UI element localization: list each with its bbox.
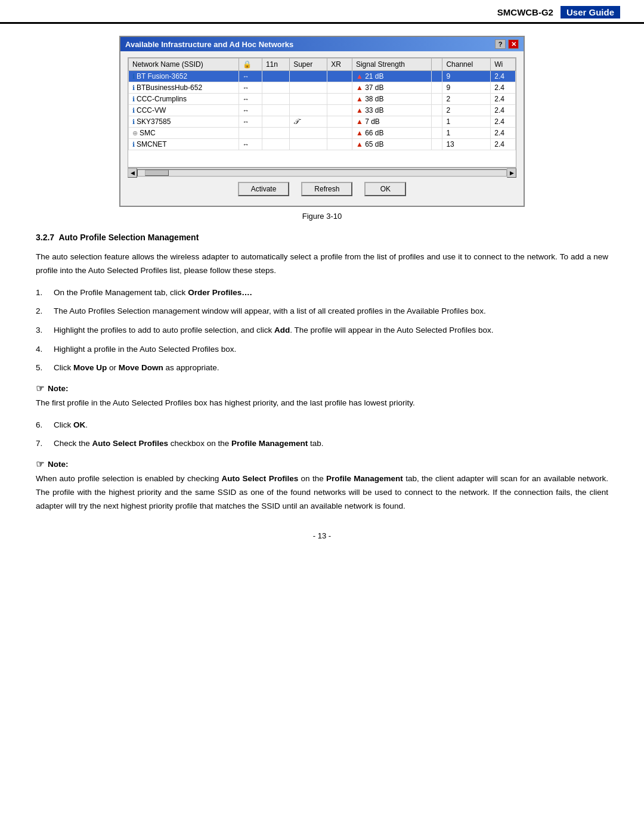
- cell-signal: ▲ 21 dB: [352, 71, 431, 82]
- cell-signal-bar: [432, 94, 442, 105]
- scroll-left-button[interactable]: ◀: [128, 168, 137, 178]
- table-row[interactable]: ℹBT Fusion-3652 ↔ ▲ 21 dB 9 2.4: [129, 71, 516, 82]
- cell-signal: ▲ 38 dB: [352, 94, 431, 105]
- figure-caption: Figure 3-10: [36, 212, 608, 221]
- cell-super: 𝒯: [290, 116, 327, 128]
- note-1-label: Note:: [48, 384, 69, 393]
- cell-super: [290, 105, 327, 116]
- cell-channel: 9: [442, 71, 491, 82]
- model-name: SMCWCB-G2: [497, 7, 553, 17]
- cell-signal: ▲ 7 dB: [352, 116, 431, 128]
- table-row[interactable]: ℹCCC-VW ↔ ▲ 33 dB 2 2.4: [129, 105, 516, 116]
- dialog-buttons: Activate Refresh OK: [128, 177, 516, 200]
- scroll-thumb[interactable]: [145, 170, 169, 176]
- cell-super: [290, 71, 327, 82]
- cell-xr: [327, 139, 352, 150]
- cell-lock: ↔: [239, 82, 262, 94]
- scroll-right-button[interactable]: ▶: [507, 168, 516, 178]
- cell-signal-bar: [432, 105, 442, 116]
- cell-channel: 9: [442, 82, 491, 94]
- network-table-wrapper: Network Name (SSID) 🔒 11n Super XR Signa…: [128, 57, 516, 168]
- cell-super: [290, 139, 327, 150]
- cell-name: ℹCCC-Crumplins: [129, 94, 239, 105]
- cell-11n: [262, 105, 289, 116]
- table-row[interactable]: ℹBTBusinessHub-652 ↔ ▲ 37 dB 9 2.4: [129, 82, 516, 94]
- cell-name: ℹBT Fusion-3652: [129, 71, 239, 82]
- ok-button[interactable]: OK: [364, 182, 406, 196]
- close-button[interactable]: ✕: [508, 39, 519, 49]
- cell-name: ℹCCC-VW: [129, 105, 239, 116]
- cell-channel: 2: [442, 105, 491, 116]
- cell-xr: [327, 105, 352, 116]
- cell-signal: ▲ 65 dB: [352, 139, 431, 150]
- note-1-text: The first profile in the Auto Selected P…: [36, 397, 608, 410]
- help-button[interactable]: ?: [495, 39, 506, 49]
- cell-lock: ↔: [239, 139, 262, 150]
- note-2: ☞ Note: When auto profile selection is e…: [36, 459, 608, 513]
- col-ssid: Network Name (SSID): [129, 58, 239, 71]
- cell-signal: ▲ 37 dB: [352, 82, 431, 94]
- cell-11n: [262, 82, 289, 94]
- cell-signal-bar: [432, 71, 442, 82]
- table-row[interactable]: ℹSKY37585 ↔ 𝒯 ▲ 7 dB 1 2.4: [129, 116, 516, 128]
- cell-signal-bar: [432, 128, 442, 139]
- refresh-button[interactable]: Refresh: [301, 182, 352, 196]
- scroll-track[interactable]: [137, 169, 507, 176]
- cell-signal-bar: [432, 116, 442, 128]
- note-icon-2: ☞: [36, 459, 44, 470]
- guide-label: User Guide: [561, 6, 620, 18]
- col-wi: Wi: [491, 58, 516, 71]
- dialog-body: Network Name (SSID) 🔒 11n Super XR Signa…: [120, 51, 524, 206]
- table-row[interactable]: ℹSMCNET ↔ ▲ 65 dB 13 2.4: [129, 139, 516, 150]
- activate-button[interactable]: Activate: [238, 182, 290, 196]
- cell-wi: 2.4: [491, 82, 516, 94]
- cell-11n: [262, 94, 289, 105]
- cell-name: ℹSKY37585: [129, 116, 239, 128]
- section-number: 3.2.7: [36, 233, 54, 242]
- step-2: 2. The Auto Profiles Selection managemen…: [36, 305, 608, 318]
- note-icon-1: ☞: [36, 383, 44, 394]
- page-header: SMCWCB-G2 User Guide: [0, 0, 644, 24]
- cell-xr: [327, 94, 352, 105]
- cell-channel: 2: [442, 94, 491, 105]
- cell-super: [290, 94, 327, 105]
- note-1: ☞ Note: The first profile in the Auto Se…: [36, 383, 608, 410]
- col-super: Super: [290, 58, 327, 71]
- cell-11n: [262, 139, 289, 150]
- horizontal-scrollbar[interactable]: ◀ ▶: [128, 168, 516, 177]
- cell-wi: 2.4: [491, 105, 516, 116]
- step-7: 7. Check the Auto Select Profiles checkb…: [36, 437, 608, 450]
- cell-lock: ↔: [239, 105, 262, 116]
- col-signal-bar: [432, 58, 442, 71]
- cell-wi: 2.4: [491, 71, 516, 82]
- col-11n: 11n: [262, 58, 289, 71]
- col-channel: Channel: [442, 58, 491, 71]
- cell-lock: ↔: [239, 116, 262, 128]
- col-signal: Signal Strength: [352, 58, 431, 71]
- cell-xr: [327, 71, 352, 82]
- cell-lock: ↔: [239, 94, 262, 105]
- cell-name: ℹSMCNET: [129, 139, 239, 150]
- table-row[interactable]: ⊕SMC ▲ 66 dB 1 2.4: [129, 128, 516, 139]
- steps-list-2: 6. Click OK. 7. Check the Auto Select Pr…: [36, 419, 608, 450]
- cell-signal-bar: [432, 139, 442, 150]
- cell-lock: ↔: [239, 71, 262, 82]
- network-dialog: Available Infrastructure and Ad Hoc Netw…: [119, 36, 525, 207]
- cell-lock: [239, 128, 262, 139]
- cell-xr: [327, 128, 352, 139]
- cell-channel: 1: [442, 116, 491, 128]
- titlebar-controls: ? ✕: [495, 39, 519, 49]
- cell-channel: 13: [442, 139, 491, 150]
- table-row[interactable]: ℹCCC-Crumplins ↔ ▲ 38 dB 2 2.4: [129, 94, 516, 105]
- note-2-label: Note:: [48, 460, 69, 469]
- cell-wi: 2.4: [491, 139, 516, 150]
- dialog-title: Available Infrastructure and Ad Hoc Netw…: [125, 40, 293, 49]
- cell-signal: ▲ 33 dB: [352, 105, 431, 116]
- dialog-titlebar: Available Infrastructure and Ad Hoc Netw…: [120, 37, 524, 51]
- section-title: Auto Profile Selection Management: [58, 233, 199, 242]
- step-1: 1. On the Profile Management tab, click …: [36, 286, 608, 299]
- cell-signal: ▲ 66 dB: [352, 128, 431, 139]
- cell-xr: [327, 116, 352, 128]
- cell-super: [290, 82, 327, 94]
- page-content: Available Infrastructure and Ad Hoc Netw…: [0, 24, 644, 564]
